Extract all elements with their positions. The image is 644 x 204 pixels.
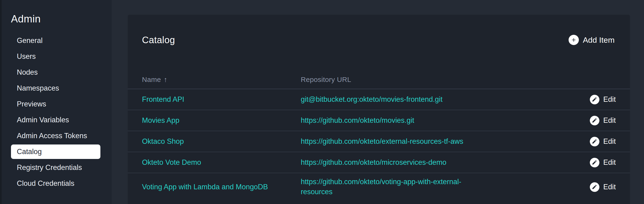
table-row: Movies App https://github.com/okteto/mov…: [128, 110, 630, 131]
table-header-row: Name↑ Repository URL: [128, 53, 630, 89]
sort-ascending-icon[interactable]: ↑: [164, 76, 167, 83]
repository-url-cell: https://github.com/okteto/movies.git: [301, 116, 574, 126]
actions-cell: Edit: [574, 158, 616, 167]
edit-button[interactable]: Edit: [590, 137, 616, 146]
repository-url-link[interactable]: https://github.com/okteto/external-resou…: [301, 136, 463, 146]
catalog-item-name-link[interactable]: Okteto Vote Demo: [142, 158, 201, 166]
name-cell: Voting App with Lambda and MongoDB: [142, 183, 301, 191]
pencil-icon: [590, 137, 600, 146]
column-header-name[interactable]: Name↑: [142, 76, 301, 84]
sidebar-item[interactable]: Nodes: [0, 64, 112, 80]
name-cell: Okteto Vote Demo: [142, 158, 301, 167]
sidebar-nav: General Users Nodes Namespaces Previews …: [0, 33, 112, 192]
sidebar-item[interactable]: Namespaces: [0, 80, 112, 96]
plus-icon: [568, 35, 579, 45]
edit-button[interactable]: Edit: [590, 95, 616, 104]
name-cell: Frontend API: [142, 95, 301, 104]
pencil-icon: [590, 182, 600, 192]
catalog-item-name-link[interactable]: Voting App with Lambda and MongoDB: [142, 183, 268, 191]
repository-url-link[interactable]: https://github.com/okteto/voting-app-wit…: [301, 177, 474, 197]
edit-button-label: Edit: [603, 158, 616, 167]
edit-button-label: Edit: [603, 95, 616, 104]
sidebar-item[interactable]: Catalog: [11, 144, 100, 159]
sidebar-item[interactable]: Previews: [0, 96, 112, 112]
table-row: Okteto Vote Demo https://github.com/okte…: [128, 152, 630, 173]
pencil-icon: [590, 116, 600, 125]
sidebar-item-label: Catalog: [17, 148, 42, 156]
name-cell: Movies App: [142, 116, 301, 125]
page-title: Catalog: [142, 34, 175, 45]
repository-url-link[interactable]: git@bitbucket.org:okteto/movies-frontend…: [301, 94, 442, 104]
sidebar-item[interactable]: General: [0, 33, 112, 48]
column-header-repository-url[interactable]: Repository URL: [301, 76, 574, 84]
repository-url-link[interactable]: https://github.com/okteto/movies.git: [301, 116, 414, 126]
sidebar-item[interactable]: Cloud Credentials: [0, 176, 112, 192]
repository-url-link[interactable]: https://github.com/okteto/microservices-…: [301, 158, 446, 168]
sidebar-item-label: Namespaces: [17, 84, 59, 92]
actions-cell: Edit: [574, 137, 616, 146]
catalog-item-name-link[interactable]: Frontend API: [142, 95, 184, 104]
sidebar-item-label: General: [17, 36, 42, 45]
edit-button-label: Edit: [603, 183, 616, 191]
edit-button[interactable]: Edit: [590, 182, 616, 192]
actions-cell: Edit: [574, 182, 616, 192]
edit-button[interactable]: Edit: [590, 116, 616, 125]
sidebar-item-label: Cloud Credentials: [17, 179, 74, 188]
sidebar-title: Admin: [11, 14, 112, 24]
table-row: Voting App with Lambda and MongoDB https…: [128, 173, 630, 201]
admin-page: Admin General Users Nodes Namespaces Pre…: [0, 0, 644, 204]
edit-button[interactable]: Edit: [590, 158, 616, 167]
name-column-label: Name: [142, 76, 161, 83]
edit-button-label: Edit: [603, 137, 616, 146]
table-row: Frontend API git@bitbucket.org:okteto/mo…: [128, 89, 630, 110]
panel-header: Catalog Add Item: [128, 15, 630, 53]
catalog-item-name-link[interactable]: Oktaco Shop: [142, 137, 184, 146]
sidebar-item-label: Admin Variables: [17, 116, 69, 124]
edit-button-label: Edit: [603, 116, 616, 125]
repository-url-cell: git@bitbucket.org:okteto/movies-frontend…: [301, 94, 574, 104]
repository-url-cell: https://github.com/okteto/microservices-…: [301, 158, 574, 168]
sidebar-item[interactable]: Users: [0, 48, 112, 64]
sidebar-item[interactable]: Registry Credentials: [0, 160, 112, 176]
pencil-icon: [590, 95, 600, 104]
pencil-icon: [590, 158, 600, 167]
repository-url-cell: https://github.com/okteto/voting-app-wit…: [301, 177, 574, 197]
admin-sidebar: Admin General Users Nodes Namespaces Pre…: [0, 0, 112, 204]
sidebar-item-label: Admin Access Tokens: [17, 132, 87, 140]
actions-cell: Edit: [574, 95, 616, 104]
sidebar-item[interactable]: Admin Variables: [0, 112, 112, 128]
name-cell: Oktaco Shop: [142, 137, 301, 146]
sidebar-item-label: Registry Credentials: [17, 164, 82, 172]
add-item-button-label: Add Item: [583, 36, 614, 44]
actions-cell: Edit: [574, 116, 616, 125]
catalog-panel: Catalog Add Item Name↑ Repository URL: [128, 15, 630, 204]
sidebar-item[interactable]: Admin Access Tokens: [0, 128, 112, 144]
sidebar-item-label: Users: [17, 52, 36, 61]
repository-url-cell: https://github.com/okteto/external-resou…: [301, 136, 574, 146]
sidebar-left-edge: [0, 0, 2, 204]
catalog-table-body: Frontend API git@bitbucket.org:okteto/mo…: [128, 89, 630, 201]
catalog-item-name-link[interactable]: Movies App: [142, 116, 179, 124]
sidebar-item-label: Nodes: [17, 68, 38, 76]
repository-url-column-label: Repository URL: [301, 76, 351, 83]
sidebar-item-label: Previews: [17, 100, 46, 108]
add-item-button[interactable]: Add Item: [568, 35, 614, 45]
table-row: Oktaco Shop https://github.com/okteto/ex…: [128, 131, 630, 152]
